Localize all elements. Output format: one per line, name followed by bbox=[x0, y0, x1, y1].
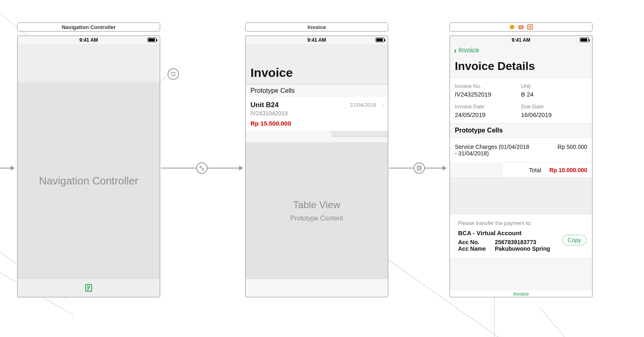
constraints-warning-icon bbox=[518, 24, 524, 30]
phone-frame: 9:41 AM Invoice Prototype Cells Unit B24… bbox=[245, 36, 388, 297]
svg-point-5 bbox=[202, 168, 204, 170]
total-value: Rp 10.000.000 bbox=[549, 167, 587, 173]
total-row: Total Rp 10.000.000 bbox=[503, 162, 592, 177]
invoice-tab-icon bbox=[84, 283, 93, 292]
svg-rect-8 bbox=[417, 166, 421, 170]
svg-line-6 bbox=[201, 168, 203, 169]
tab-bar: Invoice bbox=[450, 290, 592, 297]
scene-invoice-details[interactable]: 9:41 AM ‹ Invoice Invoice Details Invoic… bbox=[449, 22, 593, 297]
nav-bar: ‹ Invoice bbox=[450, 44, 592, 56]
segue-badge-show[interactable] bbox=[414, 162, 425, 174]
status-time: 9:41 AM bbox=[512, 37, 530, 43]
tab-bar bbox=[18, 279, 160, 297]
spacer bbox=[450, 177, 592, 214]
large-title: Invoice bbox=[246, 63, 388, 84]
invoice-meta: Invoice No. IV243252019 Unit B 24 Invoic… bbox=[450, 78, 592, 123]
accname-label: Acc Name bbox=[458, 245, 495, 252]
invno-value: IV243252019 bbox=[455, 91, 521, 98]
line-desc: Service Charges (01/04/2018 - 31/04/2018… bbox=[455, 144, 532, 157]
total-label: Total bbox=[529, 167, 541, 173]
invno-label: Invoice No. bbox=[455, 83, 521, 89]
payment-info: Please transfer the payment to: BCA - Vi… bbox=[450, 214, 592, 258]
tableview-subtitle: Prototype Content bbox=[291, 215, 343, 222]
charge-line-item[interactable]: Service Charges (01/04/2018 - 31/04/2018… bbox=[450, 138, 592, 162]
accno-value: 2567839183773 bbox=[495, 239, 536, 245]
scene-invoice[interactable]: Invoice 9:41 AM Invoice Prototype Cells … bbox=[245, 22, 388, 297]
scene-label[interactable]: Invoice bbox=[245, 22, 388, 31]
battery-icon bbox=[376, 38, 385, 42]
status-bar: 9:41 AM bbox=[246, 36, 388, 44]
nav-bar-placeholder bbox=[18, 44, 160, 83]
accname-value: Pakubuwono Spring bbox=[495, 245, 550, 252]
chevron-left-icon: ‹ bbox=[454, 46, 457, 54]
unit-label: Unit bbox=[521, 83, 587, 89]
prototype-cells-label: Prototype Cells bbox=[246, 84, 388, 97]
tab-bar bbox=[246, 279, 388, 297]
segue-badge-embed[interactable] bbox=[168, 68, 179, 80]
back-label: Invoice bbox=[458, 47, 479, 54]
cell-invoice-number: IV2431042019 bbox=[250, 110, 383, 117]
duedate-value: 16/06/2019 bbox=[521, 111, 587, 118]
scene-label[interactable] bbox=[449, 22, 593, 31]
back-button[interactable]: ‹ Invoice bbox=[454, 46, 479, 54]
cell-date: 31/04/2018 bbox=[350, 102, 376, 108]
svg-rect-13 bbox=[519, 26, 523, 28]
duedate-label: Due Date bbox=[521, 103, 587, 110]
tableview-title: Table View bbox=[293, 199, 340, 211]
storyboard-canvas[interactable]: Navigation Controller 9:41 AM Navigation… bbox=[0, 0, 644, 337]
segue-badge-relationship[interactable] bbox=[196, 162, 208, 174]
cell-amount: Rp 15.500.000 bbox=[250, 120, 383, 127]
accno-label: Acc No. bbox=[458, 239, 495, 245]
tab-label[interactable]: Invoice bbox=[513, 291, 529, 297]
nav-controller-title: Navigation Controller bbox=[39, 175, 139, 187]
canvas-line bbox=[539, 307, 605, 337]
misplaced-views-icon bbox=[509, 24, 515, 30]
status-bar: 9:41 AM bbox=[450, 36, 592, 44]
svg-point-4 bbox=[200, 166, 201, 168]
chevron-right-icon: › bbox=[382, 102, 384, 108]
battery-icon bbox=[580, 38, 589, 42]
unit-value: B 24 bbox=[521, 91, 587, 98]
payment-intro: Please transfer the payment to: bbox=[458, 220, 584, 226]
svg-rect-15 bbox=[529, 26, 531, 28]
large-title: Invoice Details bbox=[450, 56, 592, 78]
scene-label[interactable]: Navigation Controller bbox=[17, 22, 160, 31]
svg-rect-9 bbox=[418, 167, 420, 169]
phone-frame: 9:41 AM ‹ Invoice Invoice Details Invoic… bbox=[449, 36, 593, 297]
layout-warning-icon bbox=[527, 24, 533, 30]
status-time: 9:41 AM bbox=[79, 37, 98, 43]
status-bar: 9:41 AM bbox=[18, 36, 160, 44]
cell-shelf bbox=[331, 131, 388, 137]
phone-frame: 9:41 AM Navigation Controller bbox=[17, 36, 160, 297]
nav-controller-body: Navigation Controller bbox=[18, 83, 160, 279]
line-amount: Rp 500.000 bbox=[558, 144, 587, 150]
invoice-cell[interactable]: Unit B24 IV2431042019 Rp 15.500.000 31/0… bbox=[246, 97, 388, 131]
svg-rect-7 bbox=[172, 72, 175, 76]
scene-navigation-controller[interactable]: Navigation Controller 9:41 AM Navigation… bbox=[17, 22, 160, 297]
invdate-label: Invoice Date bbox=[455, 103, 521, 110]
table-view-placeholder: Table View Prototype Content bbox=[246, 142, 388, 279]
svg-point-11 bbox=[511, 26, 513, 28]
prototype-cells-label: Prototype Cells bbox=[450, 123, 592, 138]
copy-button[interactable]: Copy bbox=[562, 235, 586, 245]
segue-arrow bbox=[0, 168, 14, 168]
canvas-line bbox=[494, 297, 495, 337]
invdate-value: 24/05/2019 bbox=[455, 111, 521, 118]
status-time: 9:41 AM bbox=[307, 37, 326, 43]
battery-icon bbox=[148, 38, 157, 42]
